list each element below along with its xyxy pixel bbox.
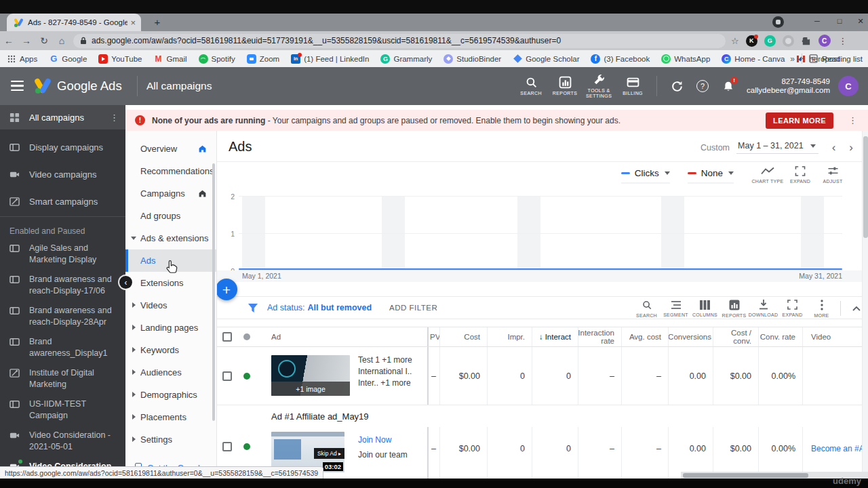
bookmark-google[interactable]: GGoogle [49, 54, 87, 64]
ad-thumbnail[interactable]: +1 image [271, 355, 350, 396]
ad-headline-link[interactable]: Join Now [358, 435, 391, 445]
sidebar-campaign-brand-awareness-display1[interactable]: Brand awareness_Display1 [0, 336, 125, 359]
date-range-picker[interactable]: May 1 – 31, 2021 [736, 141, 818, 154]
column-header-avg-cost[interactable]: Avg. cost [621, 327, 668, 346]
column-header-impressions[interactable]: Impr. [487, 327, 532, 346]
notifications-button[interactable]: ! [715, 80, 741, 93]
sidebar-item-all-campaigns[interactable]: All campaigns ⋮ [0, 105, 125, 129]
bookmark-gmail[interactable]: MGmail [154, 54, 187, 64]
bookmark-spotify[interactable]: Spotify [199, 54, 235, 64]
column-header-cost[interactable]: Cost [439, 327, 487, 346]
expand-chart-button[interactable]: EXPAND [784, 166, 816, 184]
learn-more-button[interactable]: LEARN MORE [766, 113, 833, 129]
header-tools-settings-button[interactable]: TOOLS & SETTINGS [582, 73, 616, 99]
alert-more-options-icon[interactable]: ⋮ [848, 115, 857, 125]
extension-icon[interactable] [783, 35, 794, 47]
column-header-interaction-rate[interactable]: Interaction rate [578, 327, 621, 346]
previous-period-button[interactable]: ‹ [832, 142, 836, 153]
column-header-video[interactable]: Video [802, 327, 868, 346]
bookmark-youtube[interactable]: YouTube [98, 54, 142, 64]
grammarly-extension-icon[interactable]: G [764, 35, 776, 47]
bookmark-studiobinder[interactable]: StudioBinder [443, 54, 501, 64]
chart-type-button[interactable]: CHART TYPE [751, 166, 784, 184]
adjust-chart-button[interactable]: ADJUST [816, 166, 849, 184]
media-indicator-icon[interactable] [772, 16, 784, 28]
sidebar-item-display-campaigns[interactable]: Display campaigns [0, 134, 125, 161]
status-column-header[interactable] [237, 327, 256, 346]
refresh-button[interactable] [664, 80, 690, 93]
table-row[interactable]: +1 image Test 1 +1 more International I.… [217, 347, 868, 405]
browser-tab[interactable]: Ads - 827-749-8549 - Google Ad × [7, 14, 141, 31]
forward-icon[interactable]: → [18, 35, 35, 46]
nav-scrollbar[interactable] [212, 163, 215, 421]
nav-item-placements[interactable]: Placements [125, 406, 216, 428]
sidebar-campaign-institute-digital-marketing[interactable]: Institute of Digital Marketing [0, 367, 125, 390]
download-button[interactable]: DOWNLOAD [749, 300, 778, 317]
sidebar-campaign-brand-awareness-28apr[interactable]: Brand awareness and reach-Display-28Apr [0, 305, 125, 327]
header-billing-button[interactable]: BILLING [616, 76, 650, 96]
scrollbar-thumb[interactable] [863, 136, 868, 238]
bookmark-zoom[interactable]: Zoom [247, 54, 279, 64]
window-close-button[interactable]: ✕ [854, 17, 867, 26]
window-minimize-button[interactable]: ─ [811, 17, 823, 25]
table-reports-button[interactable]: REPORTS [719, 300, 749, 318]
bookmark-whatsapp[interactable]: WhatsApp [661, 54, 710, 64]
bookmark-apps[interactable]: Apps [7, 54, 37, 64]
account-info[interactable]: 827-749-8549 callydebeer@gmail.com [747, 77, 830, 96]
nav-item-ad-groups[interactable]: Ad groups [125, 205, 216, 227]
next-period-button[interactable]: › [849, 142, 853, 153]
bookmark-google-scholar[interactable]: Google Scholar [513, 54, 579, 64]
select-all-checkbox[interactable] [217, 327, 237, 346]
more-button[interactable]: MORE [807, 300, 836, 318]
address-bar[interactable]: ads.google.com/aw/ads?ocid=581619811&eui… [73, 34, 726, 48]
menu-hamburger-icon[interactable] [11, 81, 24, 91]
nav-item-landing-pages[interactable]: Landing pages [125, 317, 216, 339]
column-header-conv-rate[interactable]: Conv. rate [758, 327, 802, 346]
column-header-pv[interactable]: PV [427, 327, 439, 346]
header-search-button[interactable]: SEARCH [514, 76, 548, 96]
back-icon[interactable]: ← [0, 35, 18, 46]
scrollbar-thumb[interactable] [683, 473, 808, 478]
sidebar-item-smart-campaigns[interactable]: Smart campaigns [0, 188, 125, 215]
reload-icon[interactable]: ↻ [35, 35, 53, 46]
browser-profile-avatar[interactable]: C [818, 35, 831, 47]
ad-text[interactable]: Test 1 +1 more International I.. Inter..… [358, 354, 412, 389]
filter-chip-value[interactable]: All but removed [308, 303, 372, 312]
bookmark-canva[interactable]: CHome - Canva [722, 54, 785, 64]
segment-button[interactable]: SEGMENT [661, 300, 690, 317]
bookmark-star-icon[interactable]: ☆ [731, 36, 739, 46]
columns-button[interactable]: COLUMNS [690, 300, 719, 317]
table-search-button[interactable]: SEARCH [632, 300, 661, 318]
bookmark-grammarly[interactable]: GGrammarly [380, 54, 432, 64]
cell-video-link[interactable]: Become an #Affili.. [802, 427, 868, 479]
nav-item-audiences[interactable]: Audiences [125, 361, 216, 384]
help-button[interactable]: ? [690, 80, 715, 92]
nav-item-overview[interactable]: Overview [125, 138, 216, 160]
nav-item-campaigns[interactable]: Campaigns [125, 182, 216, 205]
keeper-extension-icon[interactable]: K [746, 35, 757, 47]
nav-item-ads-extensions[interactable]: Ads & extensions [125, 227, 216, 249]
sidebar-campaign-video-consideration-0501[interactable]: Video Consideration - 2021-05-01 [0, 430, 125, 452]
nav-item-extensions[interactable]: Extensions [125, 272, 216, 294]
expand-table-button[interactable]: EXPAND [778, 300, 807, 317]
more-options-icon[interactable]: ⋮ [110, 113, 119, 123]
bookmark-facebook[interactable]: f(3) Facebook [591, 54, 650, 64]
sidebar-campaign-us-iidm-test[interactable]: US-IIDM-TEST Campaign [0, 399, 125, 421]
vertical-scrollbar[interactable] [862, 131, 868, 479]
window-maximize-button[interactable]: □ [833, 17, 846, 25]
nav-item-settings[interactable]: Settings [125, 428, 216, 451]
column-header-interactions[interactable]: ↓ Interact [532, 327, 578, 346]
home-icon[interactable]: ⌂ [53, 35, 71, 46]
collapse-sidebar-button[interactable]: ‹ [119, 276, 132, 289]
bookmarks-overflow-icon[interactable]: » [790, 54, 795, 64]
nav-item-demographics[interactable]: Demographics [125, 384, 216, 406]
avatar[interactable]: C [838, 76, 859, 96]
add-filter-button[interactable]: ADD FILTER [389, 304, 437, 312]
tab-close-icon[interactable]: × [130, 18, 136, 27]
nav-item-recommendations[interactable]: Recommendations [125, 160, 216, 182]
sidebar-campaign-brand-awareness-1706[interactable]: Brand awareness and reach-Display-17/06 [0, 274, 125, 296]
filter-chip[interactable]: Ad status: [267, 303, 305, 312]
nav-item-videos[interactable]: Videos [125, 294, 216, 317]
sidebar-campaign-agile-sales[interactable]: Agile Sales and Marketing Display [0, 243, 125, 265]
bookmark-linkedin[interactable]: in(1) Feed | LinkedIn [291, 54, 369, 64]
